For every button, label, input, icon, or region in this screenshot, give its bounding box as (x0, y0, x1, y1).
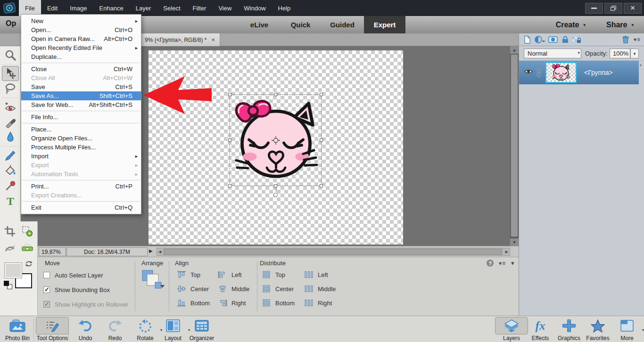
layer-visibility-eye-icon[interactable] (524, 68, 533, 77)
file-menu-item-save[interactable]: SaveCtrl+S (21, 82, 141, 91)
distribute-left-button[interactable]: Left (304, 270, 328, 279)
scroll-down-icon[interactable]: ▼ (510, 238, 519, 246)
taskbar-favorites[interactable]: Favorites (581, 317, 614, 342)
default-foreground-swatch[interactable] (4, 281, 9, 286)
menubar-item-enhance[interactable]: Enhance (93, 0, 130, 16)
tool-lasso[interactable] (2, 81, 19, 96)
minimize-button[interactable] (585, 3, 603, 14)
layer-row[interactable]: <Группа> (519, 61, 639, 84)
tool-type[interactable]: T (2, 193, 19, 208)
selection-handle-top-middle[interactable] (274, 93, 277, 96)
horizontal-scrollbar[interactable]: ◀ ▶ (157, 248, 510, 256)
taskbar-graphics[interactable]: Graphics (553, 317, 586, 342)
layer-mask-icon[interactable] (548, 35, 558, 46)
selection-handle-bottom-left[interactable] (228, 184, 231, 187)
mode-tab-elive[interactable]: eLive (238, 16, 281, 33)
collapse-panel-icon[interactable]: ▾ (511, 260, 514, 267)
mode-tab-expert[interactable]: Expert (364, 16, 405, 33)
selection-handle-top-right[interactable] (320, 93, 323, 96)
opacity-dropdown-button[interactable]: ▾ (630, 49, 639, 58)
file-menu-item-process-multiple-files[interactable]: Process Multiple Files... (21, 143, 141, 152)
foreground-color-swatch[interactable] (5, 263, 22, 278)
taskbar-layout[interactable]: ▾Layout (157, 317, 190, 342)
distribute-middle-button[interactable]: Middle (304, 285, 336, 293)
selection-handle-bottom-middle[interactable] (274, 184, 277, 187)
align-center-button[interactable]: Center (177, 285, 209, 293)
layers-panel-menu-icon[interactable]: ▾≡ (634, 36, 641, 43)
file-menu-item-exit[interactable]: ExitCtrl+Q (21, 203, 141, 212)
new-layer-icon[interactable] (523, 35, 531, 46)
distribute-center-button[interactable]: Center (262, 285, 294, 293)
tool-blur[interactable] (2, 130, 19, 145)
tool-crop[interactable] (1, 224, 18, 239)
close-button[interactable]: ✕ (624, 3, 642, 14)
checkbox-show-bounding-box[interactable]: Show Bounding Box (43, 286, 110, 293)
menubar-item-select[interactable]: Select (157, 0, 186, 16)
file-menu-item-save-as[interactable]: Save As...Shift+Ctrl+S (21, 91, 141, 100)
file-menu-item-save-for-web[interactable]: Save for Web...Alt+Shift+Ctrl+S (21, 100, 141, 109)
share-button[interactable]: Share ▾ (606, 21, 634, 29)
panel-menu-icon[interactable]: ▾≡ (499, 260, 506, 267)
tool-zoom[interactable] (2, 48, 19, 63)
align-bottom-button[interactable]: Bottom (177, 299, 210, 307)
menubar-item-layer[interactable]: Layer (130, 0, 157, 16)
taskbar-tool-options[interactable]: Tool Options (36, 317, 69, 342)
distribute-right-button[interactable]: Right (304, 299, 332, 307)
menubar-item-view[interactable]: View (212, 0, 238, 16)
trash-icon[interactable] (621, 35, 630, 46)
file-menu-item-new[interactable]: New► (21, 16, 141, 25)
selection-handle-bottom-right[interactable] (320, 184, 323, 187)
file-menu-item-duplicate[interactable]: Duplicate... (21, 52, 141, 61)
restore-down-button[interactable] (604, 3, 622, 14)
distribute-bottom-button[interactable]: Bottom (262, 299, 295, 307)
horizontal-scrollbar-thumb[interactable] (164, 249, 502, 255)
checkbox-box[interactable] (43, 286, 50, 293)
file-menu-item-open-recently-edited-file[interactable]: Open Recently Edited File► (21, 43, 141, 52)
document-tab[interactable]: 9% (<Группа>, RGB/8) * × (141, 33, 220, 46)
align-left-button[interactable]: Left (218, 270, 242, 279)
align-middle-button[interactable]: Middle (218, 285, 249, 293)
tool-paint-bucket[interactable] (2, 163, 19, 178)
selection-bounding-box[interactable] (230, 94, 322, 186)
align-right-button[interactable]: Right (218, 299, 246, 307)
swap-colors-icon[interactable] (25, 260, 33, 269)
mode-tab-quick[interactable]: Quick (281, 16, 321, 33)
checkbox-auto-select-layer[interactable]: Auto Select Layer (43, 271, 103, 279)
rotate-handle[interactable] (273, 193, 278, 197)
file-menu-item-open-in-camera-raw[interactable]: Open in Camera Raw...Alt+Ctrl+O (21, 34, 141, 43)
create-button[interactable]: Create ▾ (556, 21, 586, 29)
taskbar-undo[interactable]: Undo (69, 317, 102, 342)
menubar-item-window[interactable]: Window (238, 0, 272, 16)
zoom-level-field[interactable]: 19.87% (39, 247, 66, 256)
lock-transparency-icon[interactable] (572, 35, 581, 46)
tool-eyedropper[interactable] (2, 178, 19, 193)
tool-brush[interactable] (2, 148, 19, 163)
adjustment-layer-icon[interactable] (534, 35, 545, 46)
status-expand-icon[interactable]: ▶ (149, 248, 153, 253)
taskbar-layers[interactable]: Layers (495, 317, 528, 342)
selection-handle-middle-right[interactable] (320, 138, 323, 142)
menubar-item-image[interactable]: Image (64, 0, 93, 16)
checkbox-box[interactable] (43, 272, 50, 278)
tool-red-eye[interactable] (2, 99, 19, 114)
taskbar-more[interactable]: ▾More (611, 317, 644, 342)
file-menu-item-import[interactable]: Import► (21, 152, 141, 161)
scroll-up-icon[interactable]: ▲ (510, 46, 519, 54)
scroll-left-icon[interactable]: ◀ (158, 250, 161, 254)
tool-content-aware-move[interactable] (1, 241, 18, 256)
lock-all-icon[interactable] (561, 35, 569, 46)
selection-handle-top-left[interactable] (228, 93, 231, 96)
file-menu-item-close[interactable]: CloseCtrl+W (21, 65, 141, 73)
menubar-item-filter[interactable]: Filter (187, 0, 213, 16)
taskbar-redo[interactable]: Redo (99, 317, 132, 342)
tool-recompose[interactable] (19, 224, 36, 239)
menubar-item-file[interactable]: File (19, 0, 41, 16)
file-menu-item-open[interactable]: Open...Ctrl+O (21, 25, 141, 34)
distribute-top-button[interactable]: Top (262, 270, 285, 279)
tool-move[interactable] (2, 66, 19, 81)
mode-tab-guided[interactable]: Guided (321, 16, 364, 33)
menubar-item-edit[interactable]: Edit (41, 0, 64, 16)
menubar-item-help[interactable]: Help (272, 0, 297, 16)
scroll-right-icon[interactable]: ▶ (505, 250, 508, 254)
file-menu-item-file-info[interactable]: File Info... (21, 113, 141, 122)
